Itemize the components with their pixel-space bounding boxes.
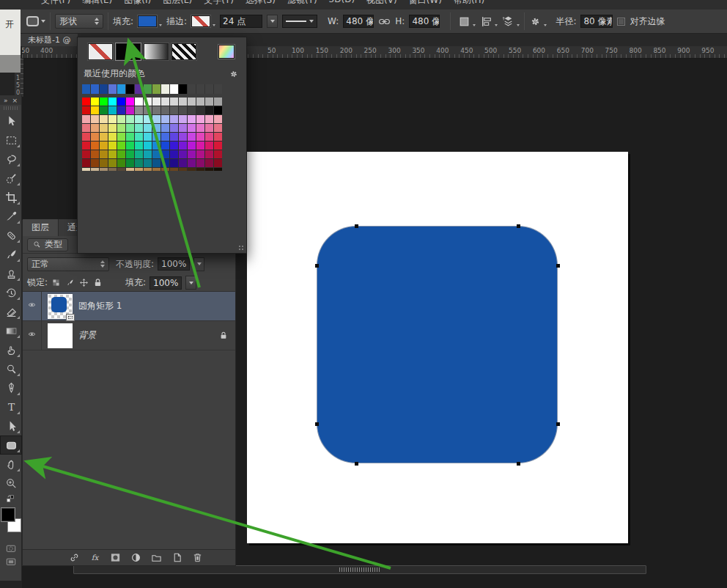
path-anchor-point[interactable] [517,462,520,466]
new-group-icon[interactable] [150,552,163,563]
color-swatch[interactable] [117,133,125,141]
color-swatch[interactable] [91,142,99,150]
color-swatch[interactable] [214,98,222,106]
path-anchor-point[interactable] [315,422,319,426]
lock-pixels-icon[interactable] [65,278,75,287]
color-swatch[interactable] [100,98,108,106]
color-swatch[interactable] [144,124,152,132]
color-swatch[interactable] [179,98,187,106]
color-swatch[interactable] [170,98,178,106]
screen-mode-button[interactable] [0,556,22,569]
color-swatch[interactable] [161,150,169,158]
path-anchor-point[interactable] [556,422,560,426]
color-swatch[interactable] [126,124,134,132]
recent-color-swatch[interactable] [100,84,108,94]
color-swatch[interactable] [82,124,90,132]
color-swatch[interactable] [100,168,108,171]
color-swatch[interactable] [196,106,204,114]
path-operations-button[interactable] [458,15,476,28]
color-swatch[interactable] [179,168,187,171]
color-swatch[interactable] [188,159,196,167]
color-swatch[interactable] [214,133,222,141]
color-swatch[interactable] [126,142,134,150]
tool-mode-select[interactable]: 形状 [55,14,103,29]
menu-item[interactable]: 3D(D) [329,0,355,7]
swap-colors-icon[interactable] [0,493,22,506]
color-swatch[interactable] [108,124,117,132]
stroke-style-dropdown[interactable] [282,15,317,28]
color-swatch[interactable] [91,133,99,141]
color-swatch[interactable] [126,168,134,171]
lock-all-icon[interactable] [93,278,103,287]
color-swatch[interactable] [179,106,187,114]
color-swatch[interactable] [152,168,160,171]
color-swatch[interactable] [82,142,90,150]
color-swatch[interactable] [196,115,204,123]
color-swatch[interactable] [214,124,222,132]
color-swatch[interactable] [152,115,160,123]
color-swatch[interactable] [170,106,178,114]
menu-item[interactable]: 文件(F) [41,0,70,7]
lasso-tool[interactable] [0,150,22,169]
color-swatch[interactable] [100,106,108,114]
add-mask-icon[interactable] [109,552,122,563]
color-swatch[interactable] [196,142,204,150]
layer-visibility-toggle[interactable] [23,292,42,320]
menu-item[interactable]: 图层(L) [163,0,192,7]
color-swatch[interactable] [117,168,125,171]
color-swatch[interactable] [179,133,187,141]
color-swatch[interactable] [144,133,152,141]
color-swatch[interactable] [117,142,125,150]
color-swatch[interactable] [100,124,108,132]
color-swatch[interactable] [108,106,117,114]
color-swatch[interactable] [152,98,160,106]
color-swatch[interactable] [126,98,134,106]
color-swatch[interactable] [82,159,90,167]
color-swatch[interactable] [126,150,134,158]
menu-item[interactable]: 帮助(H) [454,0,484,7]
color-swatch[interactable] [82,115,90,123]
color-swatch[interactable] [135,150,143,158]
color-swatch[interactable] [214,159,222,167]
recent-color-swatch[interactable] [82,84,90,94]
recent-color-swatch[interactable] [135,84,143,94]
color-swatch[interactable] [108,159,117,167]
eraser-tool[interactable] [0,302,22,321]
color-swatch[interactable] [82,106,90,114]
color-swatch[interactable] [126,106,134,114]
color-swatch[interactable] [91,124,99,132]
collapse-panel-icon[interactable]: » [4,97,8,104]
color-swatch[interactable] [100,159,108,167]
width-field[interactable]: 480 像素 [343,15,374,28]
recent-color-swatch[interactable] [161,84,169,94]
color-swatch[interactable] [196,124,204,132]
color-swatch[interactable] [100,142,108,150]
color-swatch[interactable] [108,115,117,123]
layer-name[interactable]: 背景 [78,329,96,342]
color-swatch[interactable] [82,150,90,158]
color-swatch[interactable] [126,133,134,141]
path-arrangement-button[interactable] [502,15,520,28]
lock-position-icon[interactable] [79,278,89,287]
path-anchor-point[interactable] [517,224,520,228]
quick-select-tool[interactable] [0,169,22,188]
color-swatch[interactable] [152,142,160,150]
tool-preset-picker[interactable] [26,16,45,26]
recent-color-swatch[interactable] [117,84,125,94]
zoom-tool[interactable] [0,474,22,493]
new-layer-icon[interactable] [171,552,183,563]
color-swatch[interactable] [144,106,152,114]
lock-transparency-icon[interactable] [51,278,61,287]
color-swatch[interactable] [214,168,222,171]
color-swatch[interactable] [82,98,90,106]
color-swatch[interactable] [100,133,108,141]
delete-layer-icon[interactable] [191,552,204,563]
pattern-button[interactable] [171,43,196,60]
color-swatch[interactable] [135,106,143,114]
color-swatch[interactable] [117,106,125,114]
path-anchor-point[interactable] [556,264,560,268]
color-swatch[interactable] [135,168,143,171]
color-swatch[interactable] [161,159,169,167]
fill-color-button[interactable] [138,15,162,27]
menu-item[interactable]: 窗口(W) [409,0,442,7]
